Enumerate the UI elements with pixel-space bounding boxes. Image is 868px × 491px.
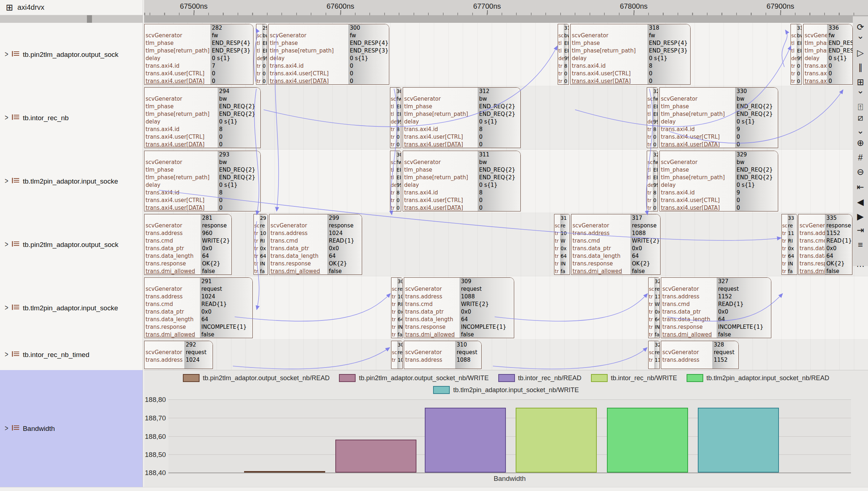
- transaction-box-329[interactable]: scvGeneratortlm_phasetlm_phase[return_pa…: [659, 151, 778, 211]
- transaction-box-narrow-30[interactable]: sctr..30re10: [391, 341, 403, 369]
- sidebar-item-stream-3[interactable]: >tb.pin2tlm_adaptor.output_sock: [0, 213, 143, 276]
- transaction-attr-values: 32fwEIEI99800: [653, 88, 658, 148]
- sidebar-hscrollbar[interactable]: [0, 15, 143, 23]
- transaction-box-narrow-31[interactable]: sctrtrtrtrtrtr31re10W0x64INfa: [554, 214, 570, 275]
- legend-swatch: [339, 374, 356, 382]
- chevron-down-icon[interactable]: ⌄: [853, 86, 868, 95]
- transaction-box-narrow-33[interactable]: sctrtrtrtrtrtr33re11RI0x64INfa: [781, 214, 797, 275]
- pause-icon[interactable]: ∥: [853, 63, 868, 72]
- transaction-attr-names: scvGeneratortlm_phasetlm_phase[return_pa…: [660, 88, 735, 148]
- zoom-out-icon[interactable]: ⊖: [853, 168, 868, 176]
- chevron-right-icon[interactable]: >: [5, 177, 8, 186]
- chevron-down-icon[interactable]: ⌄: [853, 32, 868, 40]
- transaction-box-300[interactable]: scvGeneratortlm_phasetlm_phase[return_pa…: [268, 24, 389, 85]
- legend-label: tb.intor_rec_nb/WRITE: [611, 374, 677, 382]
- transaction-box-328[interactable]: scvGeneratortrans.address..328request115…: [661, 341, 739, 369]
- transaction-box-327[interactable]: scvGeneratortrans.addresstrans.cmdtrans.…: [661, 277, 771, 338]
- transaction-box-312[interactable]: scvGeneratortlm_phasetlm_phase[return_pa…: [403, 87, 521, 148]
- transaction-box-narrow-30[interactable]: sctrtrtrtrtrtr30re10RI0x64INfa: [391, 277, 403, 338]
- transaction-box-narrow-32[interactable]: sctr..32re11: [648, 341, 660, 369]
- legend-label: tb.tlm2pin_adaptor.input_socket_nb/WRITE: [453, 386, 579, 394]
- transaction-box-294[interactable]: scvGeneratortlm_phasetlm_phase[return_pa…: [144, 87, 261, 148]
- sidebar-item-stream-0[interactable]: >tb.pin2tlm_adaptor.output_sock: [0, 23, 143, 86]
- transaction-attr-values: 311bwEND_REQ{2}END_REQ{2}0 s{1}800: [478, 151, 520, 211]
- refresh-icon[interactable]: ⟳: [853, 23, 868, 32]
- time-tick-label: 67900ns: [755, 2, 806, 11]
- zoom-in-icon[interactable]: ⊕: [853, 139, 868, 147]
- sidebar-hscrollbar-thumb[interactable]: [87, 15, 92, 23]
- transaction-box-narrow-30[interactable]: sctltldetrtrtr30fwEIEI99800: [390, 151, 401, 211]
- transaction-attr-values: 29re10RI0x64INfa: [260, 214, 268, 274]
- waveform-track-icon: [12, 241, 20, 249]
- legend-swatch: [433, 386, 450, 394]
- transaction-box-318[interactable]: scvGeneratortlm_phasetlm_phase[return_pa…: [570, 24, 691, 85]
- next-transaction-icon[interactable]: ▶: [853, 212, 868, 221]
- sidebar-item-bandwidth[interactable]: >Bandwidth: [0, 370, 143, 487]
- transaction-box-317[interactable]: scvGeneratortrans.addresstrans.cmdtrans.…: [571, 214, 661, 275]
- more-icon[interactable]: …: [853, 260, 868, 268]
- filter-settings-icon[interactable]: ≡: [853, 240, 868, 249]
- zoom-fit-icon[interactable]: #: [853, 153, 868, 162]
- time-tick-label: 67800ns: [608, 2, 659, 11]
- chevron-right-icon[interactable]: >: [5, 240, 8, 249]
- transaction-attr-values: 282fwEND_RESP{4}END_RESP{3}0 s{1}700: [210, 24, 253, 84]
- transaction-attr-values: 33re11RI0x64INfa: [788, 214, 797, 274]
- folder-up-icon[interactable]: ⍐: [853, 103, 868, 112]
- chart-bar-2: [335, 440, 416, 473]
- status-bar: [0, 487, 868, 491]
- transaction-box-281[interactable]: scvGeneratortrans.addresstrans.cmdtrans.…: [144, 214, 232, 275]
- chevron-right-icon[interactable]: >: [5, 50, 8, 59]
- transaction-box-310[interactable]: scvGeneratortrans.address..310request108…: [404, 341, 482, 369]
- y-tick-label: 188,40: [145, 469, 166, 477]
- sidebar-item-stream-4[interactable]: >tb.tlm2pin_adaptor.input_socke: [0, 276, 143, 340]
- transaction-box-282[interactable]: scvGeneratortlm_phasetlm_phase[return_pa…: [144, 24, 253, 85]
- transaction-box-narrow-32[interactable]: sctltldetrtrtr32fwEIEI99800: [647, 151, 658, 211]
- transaction-box-narrow-30[interactable]: sctltldetrtrtr30fwEIEI99800: [390, 87, 401, 148]
- transaction-box-narrow-29[interactable]: sctrtrtrtrtrtr29re10RI0x64INfa: [253, 214, 268, 275]
- chevron-down-icon[interactable]: ⌄: [853, 126, 868, 135]
- window-title: axi4drvx: [17, 3, 44, 12]
- transaction-attr-names: scvGeneratortlm_phasetlm_phase[return_pa…: [403, 88, 478, 148]
- ruler-icon[interactable]: ⧄: [853, 113, 868, 122]
- sidebar-item-stream-1[interactable]: >tb.intor_rec_nb: [0, 86, 143, 150]
- transaction-attr-values: 293bwEND_REQ{2}END_REQ{2}0 s{1}800: [218, 151, 260, 211]
- transaction-box-335[interactable]: scvGeneratortrans.addresstrans.cmdtrans.…: [798, 214, 852, 275]
- transaction-box-narrow-32[interactable]: sctrtrtrtrtrtr32re11W0x64INfa: [648, 277, 660, 338]
- transaction-box-292[interactable]: scvGeneratortrans.address..292request102…: [144, 341, 213, 369]
- sidebar-item-label: tb.tlm2pin_adaptor.input_socke: [23, 304, 118, 312]
- transaction-box-336[interactable]: scvGeneratortlm_phasetlm_phase[return_pa…: [803, 24, 853, 85]
- transaction-box-311[interactable]: scvGeneratortlm_phasetlm_phase[return_pa…: [403, 151, 521, 211]
- transaction-attr-names: sctltldetrtrtr: [791, 24, 797, 84]
- transaction-box-narrow-29[interactable]: sctltldetrtrtr29bwEIEI99000: [256, 24, 267, 85]
- transaction-attr-names: sctrtrtrtrtrtr: [254, 214, 260, 274]
- transaction-box-narrow-33[interactable]: sctltldetrtrtr33bwEIEI99000: [791, 24, 802, 85]
- transaction-attr-values: 328request1152: [712, 341, 738, 369]
- chevron-right-icon[interactable]: >: [5, 113, 8, 122]
- transaction-box-293[interactable]: scvGeneratortlm_phasetlm_phase[return_pa…: [144, 151, 261, 211]
- transaction-box-299[interactable]: scvGeneratortrans.addresstrans.cmdtrans.…: [269, 214, 362, 275]
- transaction-attr-names: sctltldetrtrtr: [647, 151, 653, 211]
- chevron-right-icon[interactable]: >: [5, 303, 8, 312]
- waveform-track-icon: [12, 425, 20, 433]
- legend-swatch: [183, 374, 200, 382]
- chart-bar-1: [244, 471, 325, 473]
- transaction-box-narrow-31[interactable]: sctltldetrtrtr31bwEIEI99800: [558, 24, 569, 85]
- transaction-box-291[interactable]: scvGeneratortrans.addresstrans.cmdtrans.…: [144, 277, 253, 338]
- prev-transaction-icon[interactable]: ◀: [853, 198, 868, 206]
- sidebar-item-stream-5[interactable]: >tb.intor_rec_nb_timed: [0, 340, 143, 370]
- sidebar-item-stream-2[interactable]: >tb.tlm2pin_adaptor.input_socke: [0, 150, 143, 213]
- sidebar-item-label: tb.pin2tlm_adaptor.output_sock: [23, 241, 118, 249]
- skip-end-icon[interactable]: ⇥: [853, 226, 868, 235]
- chart-legend-row-2: tb.tlm2pin_adaptor.input_socket_nb/WRITE: [144, 386, 868, 394]
- transaction-attr-values: 299response1024READ{1}0x064OK{2}false: [327, 214, 362, 274]
- play-outline-icon[interactable]: ▷: [853, 49, 868, 57]
- chevron-right-icon[interactable]: >: [5, 351, 8, 360]
- transaction-box-narrow-32[interactable]: sctltldetrtrtr32fwEIEI99800: [647, 87, 658, 148]
- legend-item: tb.intor_rec_nb/READ: [498, 374, 582, 382]
- chevron-right-icon[interactable]: >: [5, 424, 8, 433]
- transaction-box-330[interactable]: scvGeneratortlm_phasetlm_phase[return_pa…: [659, 87, 778, 148]
- skip-start-icon[interactable]: ⇤: [853, 183, 868, 192]
- waveform-canvas[interactable]: scvGeneratortlm_phasetlm_phase[return_pa…: [144, 23, 868, 370]
- main-hscrollbar[interactable]: [144, 15, 868, 23]
- transaction-box-309[interactable]: scvGeneratortrans.addresstrans.cmdtrans.…: [404, 277, 514, 338]
